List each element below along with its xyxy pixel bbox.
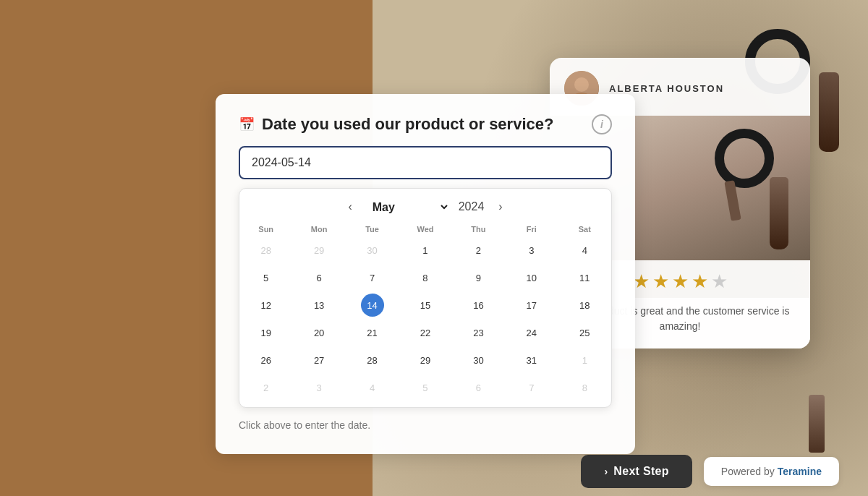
- calendar-cell: 24: [505, 319, 558, 346]
- star-2[interactable]: ★: [652, 272, 669, 291]
- calendar-cell: 2: [452, 236, 505, 264]
- calendar-day[interactable]: 29: [307, 239, 331, 262]
- calendar-grid: Sun Mon Tue Wed Thu Fri Sat 282930123456…: [239, 222, 611, 401]
- day-header-sat: Sat: [558, 222, 611, 236]
- calendar-cell: 28: [239, 236, 292, 264]
- powered-by-badge: Powered by Teramine: [704, 457, 839, 486]
- calendar-cell: 23: [452, 319, 505, 346]
- calendar-day[interactable]: 6: [307, 266, 331, 289]
- star-5[interactable]: ★: [711, 272, 728, 291]
- stars-row: ★ ★ ★ ★ ★: [633, 272, 728, 291]
- month-select[interactable]: January February March April May June Ju…: [367, 199, 450, 215]
- day-header-fri: Fri: [505, 222, 558, 236]
- calendar-cell: 29: [292, 236, 345, 264]
- calendar-day[interactable]: 24: [520, 321, 543, 344]
- bottle-decoration: [770, 177, 788, 249]
- calendar-day[interactable]: 22: [414, 321, 437, 344]
- calendar-cell: 15: [399, 291, 451, 319]
- next-month-button[interactable]: ›: [493, 197, 508, 216]
- calendar-week-3: 19202122232425: [239, 319, 611, 346]
- calendar-cell: 29: [399, 346, 451, 374]
- calendar-day[interactable]: 7: [520, 376, 543, 399]
- calendar-day[interactable]: 25: [573, 321, 596, 344]
- calendar-day[interactable]: 2: [467, 239, 490, 262]
- powered-by-label: Powered by: [721, 466, 775, 477]
- calendar-day[interactable]: 2: [255, 376, 278, 399]
- calendar-day[interactable]: 31: [520, 349, 543, 372]
- next-step-label: Next Step: [613, 465, 669, 478]
- calendar-cell: 3: [505, 236, 558, 264]
- calendar-cell: 1: [558, 346, 611, 374]
- info-icon[interactable]: i: [592, 114, 612, 134]
- calendar-day[interactable]: 3: [520, 239, 543, 262]
- date-input[interactable]: [239, 146, 612, 179]
- calendar-cell: 1: [399, 236, 451, 264]
- arrow-right-icon: ›: [604, 466, 608, 477]
- calendar-day[interactable]: 5: [414, 376, 437, 399]
- svg-point-1: [574, 77, 589, 92]
- calendar-day[interactable]: 8: [573, 376, 596, 399]
- calendar-day[interactable]: 15: [414, 294, 437, 317]
- calendar-cell: 12: [239, 291, 292, 319]
- calendar-day[interactable]: 29: [414, 349, 437, 372]
- calendar-cell: 8: [399, 264, 451, 291]
- calendar-day[interactable]: 19: [255, 321, 278, 344]
- calendar-day[interactable]: 14: [361, 294, 384, 317]
- calendar-day[interactable]: 1: [414, 239, 437, 262]
- calendar-day[interactable]: 4: [573, 239, 596, 262]
- calendar: ‹ January February March April May June …: [239, 188, 612, 408]
- star-4[interactable]: ★: [692, 272, 708, 291]
- calendar-day[interactable]: 28: [255, 239, 278, 262]
- calendar-day[interactable]: 16: [467, 294, 490, 317]
- calendar-day[interactable]: 30: [361, 239, 384, 262]
- form-title-left: 📅 Date you used our product or service?: [239, 115, 553, 134]
- calendar-cell: 4: [558, 236, 611, 264]
- form-overlay: 📅 Date you used our product or service? …: [216, 94, 635, 454]
- calendar-day[interactable]: 27: [307, 349, 331, 372]
- calendar-day[interactable]: 26: [255, 349, 278, 372]
- calendar-cell: 30: [452, 346, 505, 374]
- calendar-day[interactable]: 6: [467, 376, 490, 399]
- calendar-day[interactable]: 13: [307, 294, 331, 317]
- calendar-day[interactable]: 18: [573, 294, 596, 317]
- calendar-day[interactable]: 28: [361, 349, 384, 372]
- calendar-cell: 19: [239, 319, 292, 346]
- calendar-day[interactable]: 10: [520, 266, 543, 289]
- calendar-day[interactable]: 30: [467, 349, 490, 372]
- calendar-body: 2829301234567891011121314151617181920212…: [239, 236, 611, 401]
- calendar-day[interactable]: 23: [467, 321, 490, 344]
- calendar-day[interactable]: 11: [573, 266, 596, 289]
- star-3[interactable]: ★: [672, 272, 689, 291]
- calendar-cell: 6: [452, 374, 505, 401]
- calendar-icon: 📅: [239, 116, 255, 132]
- calendar-cell: 28: [346, 346, 399, 374]
- calendar-day[interactable]: 21: [361, 321, 384, 344]
- calendar-day[interactable]: 20: [307, 321, 331, 344]
- calendar-week-4: 2627282930311: [239, 346, 611, 374]
- next-step-button[interactable]: › Next Step: [581, 455, 692, 488]
- calendar-cell: 8: [558, 374, 611, 401]
- calendar-day[interactable]: 12: [255, 294, 278, 317]
- calendar-day[interactable]: 8: [414, 266, 437, 289]
- calendar-day[interactable]: 4: [361, 376, 384, 399]
- calendar-day[interactable]: 3: [307, 376, 331, 399]
- calendar-cell: 20: [292, 319, 345, 346]
- day-header-sun: Sun: [239, 222, 292, 236]
- calendar-cell: 18: [558, 291, 611, 319]
- calendar-day[interactable]: 17: [520, 294, 543, 317]
- calendar-day[interactable]: 9: [467, 266, 490, 289]
- calendar-cell: 25: [558, 319, 611, 346]
- calendar-cell: 9: [452, 264, 505, 291]
- form-title-row: 📅 Date you used our product or service? …: [239, 114, 612, 134]
- calendar-cell: 14: [346, 291, 399, 319]
- day-header-mon: Mon: [292, 222, 345, 236]
- calendar-day[interactable]: 5: [255, 266, 278, 289]
- calendar-day[interactable]: 1: [573, 349, 596, 372]
- day-header-tue: Tue: [346, 222, 399, 236]
- calendar-cell: 31: [505, 346, 558, 374]
- calendar-cell: 5: [399, 374, 451, 401]
- brand-label: Teramine: [778, 466, 822, 477]
- calendar-nav: ‹ January February March April May June …: [239, 189, 611, 222]
- calendar-day[interactable]: 7: [361, 266, 384, 289]
- prev-month-button[interactable]: ‹: [342, 197, 357, 216]
